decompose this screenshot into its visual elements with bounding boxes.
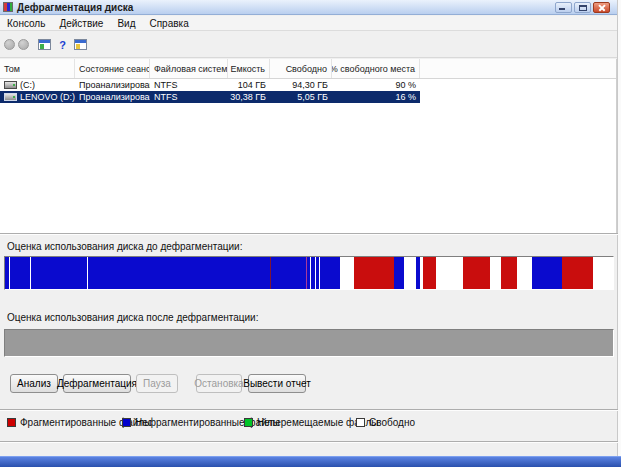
column-header-volume[interactable]: Том [0, 59, 75, 78]
band-segment [31, 257, 87, 289]
defragment-button[interactable]: Дефрагментация [63, 374, 131, 393]
list-header: Том Состояние сеанса Файловая система Ем… [0, 59, 616, 79]
column-header-percent-free[interactable]: % свободного места [332, 59, 420, 78]
band-segment [490, 257, 501, 289]
before-band-label: Оценка использования диска до дефрагмент… [7, 241, 243, 252]
band-segment [10, 257, 30, 289]
help-icon[interactable]: ? [56, 39, 69, 51]
volume-name: (C:) [20, 80, 35, 90]
view-report-button[interactable]: Вывести отчет [248, 374, 306, 393]
analyze-button[interactable]: Анализ [10, 374, 58, 393]
band-segment [394, 257, 404, 289]
session-status: Проанализировано [75, 91, 150, 103]
column-header-capacity[interactable]: Емкость [228, 59, 270, 78]
menu-view[interactable]: Вид [110, 18, 142, 29]
legend-label: Свободно [369, 417, 415, 428]
legend-item-free: Свободно [356, 417, 415, 428]
pause-button[interactable]: Пауза [136, 374, 178, 393]
band-segment [271, 257, 306, 289]
free-space: 5,05 ГБ [270, 91, 332, 103]
volume-list: Том Состояние сеанса Файловая система Ем… [0, 59, 617, 233]
title-bar[interactable]: Дефрагментация диска [0, 0, 617, 15]
file-system: NTFS [150, 91, 228, 103]
drive-icon [4, 93, 17, 101]
window-title: Дефрагментация диска [17, 2, 555, 13]
file-system: NTFS [150, 79, 228, 91]
band-segment [436, 257, 463, 289]
maximize-icon [579, 5, 587, 11]
session-status: Проанализировано [75, 79, 150, 91]
band-segment [354, 257, 394, 289]
close-button[interactable] [593, 2, 610, 13]
minimize-icon [559, 8, 565, 10]
forward-icon[interactable] [18, 39, 29, 50]
band-segment [320, 257, 340, 289]
back-icon[interactable] [4, 39, 15, 50]
capacity: 30,38 ГБ [228, 91, 270, 103]
after-band [4, 329, 614, 357]
capacity: 104 ГБ [228, 79, 270, 91]
band-segment [340, 257, 354, 289]
stop-button[interactable]: Остановка [196, 374, 242, 393]
unmovable-swatch [244, 418, 253, 427]
free-swatch [356, 418, 365, 427]
minimize-button[interactable] [555, 2, 572, 13]
console-window-icon[interactable] [74, 39, 87, 50]
legend: Фрагментированные файлы Нефрагментирован… [0, 417, 618, 429]
band-segment [463, 257, 490, 289]
contiguous-swatch [122, 418, 131, 427]
app-icon [3, 2, 13, 12]
drive-icon [4, 81, 17, 89]
before-band [4, 256, 614, 290]
divider [0, 233, 618, 235]
percent-free: 90 % [332, 79, 420, 91]
column-header-file-system[interactable]: Файловая система [150, 59, 228, 78]
divider [0, 409, 618, 411]
desktop: Дефрагментация диска Консоль Действие Ви… [0, 0, 621, 467]
free-space: 94,30 ГБ [270, 79, 332, 91]
after-band-label: Оценка использования диска после дефрагм… [7, 312, 258, 323]
menu-action[interactable]: Действие [52, 18, 110, 29]
maximize-button[interactable] [574, 2, 591, 13]
taskbar[interactable] [0, 456, 621, 467]
band-segment [88, 257, 270, 289]
band-segment [562, 257, 593, 289]
defrag-window: Дефрагментация диска Консоль Действие Ви… [0, 0, 618, 456]
menu-bar: Консоль Действие Вид Справка [0, 16, 617, 31]
button-row: Анализ Дефрагментация Пауза Остановка Вы… [0, 374, 618, 394]
band-segment [501, 257, 517, 289]
volume-name: LENOVO (D:) [20, 92, 75, 102]
toolbar: ? [0, 32, 617, 58]
band-segment [423, 257, 436, 289]
divider [0, 441, 618, 443]
menu-console[interactable]: Консоль [0, 18, 52, 29]
fragmented-swatch [7, 418, 16, 427]
percent-free: 16 % [332, 91, 420, 103]
column-header-session-status[interactable]: Состояние сеанса [75, 59, 150, 78]
band-segment [404, 257, 416, 289]
band-segment [532, 257, 562, 289]
band-segment [593, 257, 614, 289]
table-row[interactable]: (C:) Проанализировано NTFS 104 ГБ 94,30 … [0, 79, 420, 91]
menu-help[interactable]: Справка [142, 18, 195, 29]
band-segment [517, 257, 532, 289]
console-tree-icon[interactable] [38, 39, 51, 50]
table-row[interactable]: LENOVO (D:) Проанализировано NTFS 30,38 … [0, 91, 420, 103]
column-header-free-space[interactable]: Свободно [270, 59, 332, 78]
